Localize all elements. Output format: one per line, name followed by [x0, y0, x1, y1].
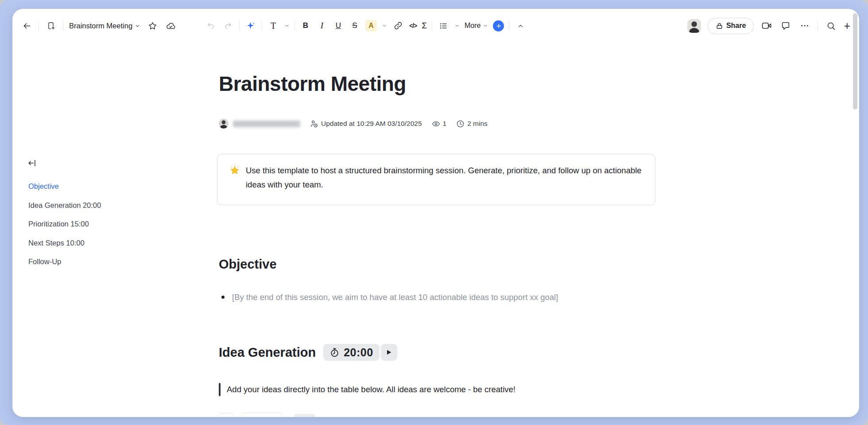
bullet-list-icon: [439, 22, 448, 30]
callout-text[interactable]: Use this template to host a structured b…: [246, 164, 643, 205]
chevron-down-icon[interactable]: [454, 23, 460, 28]
collapse-outline-button[interactable]: [27, 158, 37, 168]
collapse-panel-icon: [27, 158, 37, 168]
quote-bar: [219, 383, 221, 396]
bullet-dot: [221, 296, 225, 299]
clock-icon: [456, 120, 465, 128]
search-icon: [826, 21, 836, 31]
more-options-button[interactable]: [798, 19, 811, 32]
more-label: More: [465, 22, 480, 30]
quote-text[interactable]: Add your ideas directly into the table b…: [227, 385, 515, 394]
favorite-star-button[interactable]: [146, 19, 159, 32]
screen: Brainstorm Meeting: [0, 0, 868, 425]
divider: [239, 21, 240, 31]
cloud-saved-icon: [166, 21, 176, 31]
undo-button[interactable]: [205, 19, 217, 32]
outline-item-next-steps[interactable]: Next Steps 10:00: [28, 234, 139, 253]
redo-button[interactable]: [222, 19, 234, 32]
user-avatar[interactable]: [687, 19, 701, 33]
share-button[interactable]: Share: [708, 18, 754, 34]
code-block-button[interactable]: </>: [409, 22, 417, 29]
outline-item-idea-generation[interactable]: Idea Generation 20:00: [28, 196, 139, 215]
new-doc-icon: [46, 21, 55, 30]
idea-generation-heading-row: Idea Generation 20:00: [219, 344, 397, 361]
eye-icon: [432, 120, 440, 128]
cloud-sync-button[interactable]: [164, 19, 177, 32]
stopwatch-icon: [329, 347, 340, 358]
ai-assistant-button[interactable]: [244, 19, 257, 32]
bold-button[interactable]: B: [300, 21, 311, 30]
formula-button[interactable]: Σ: [422, 21, 427, 31]
read-time: 2 mins: [456, 120, 488, 128]
comments-button[interactable]: [779, 19, 792, 32]
countdown-timer[interactable]: 20:00: [323, 344, 397, 361]
lock-icon: [716, 22, 723, 30]
outline-item-prioritization[interactable]: Prioritization 15:00: [28, 214, 139, 234]
outline-item-follow-up[interactable]: Follow-Up: [28, 252, 139, 271]
redo-icon: [224, 21, 232, 30]
heading-objective[interactable]: Objective: [219, 257, 277, 272]
divider: [294, 21, 295, 31]
link-icon: [394, 21, 403, 30]
clipped-table-control: [218, 413, 234, 417]
underline-button[interactable]: U: [333, 21, 344, 30]
bullet-list-button[interactable]: [437, 19, 450, 32]
outline-item-objective[interactable]: Objective: [28, 177, 139, 196]
back-button[interactable]: [20, 19, 33, 32]
timer-play-button[interactable]: [381, 344, 397, 361]
collapse-toolbar-button[interactable]: [514, 19, 527, 32]
divider: [262, 21, 262, 31]
ellipsis-icon: [800, 21, 810, 31]
divider: [63, 21, 63, 31]
chevron-down-icon: [483, 23, 488, 28]
document-outline: Objective Idea Generation 20:00 Prioriti…: [28, 158, 139, 271]
doc-title-dropdown[interactable]: Brainstorm Meeting: [69, 22, 140, 30]
document-meta: Updated at 10:29 AM 03/10/2025 1 2 mins: [219, 117, 497, 130]
play-icon: [385, 349, 392, 356]
toolbar-format-cluster: T B I U S A </> Σ: [205, 9, 527, 43]
toolbar-left-cluster: Brainstorm Meeting: [20, 9, 177, 43]
insert-link-button[interactable]: [392, 19, 404, 32]
comment-bubble-icon: [781, 21, 790, 31]
divider: [509, 21, 509, 31]
timer-value: 20:00: [344, 346, 373, 359]
glowing-star-emoji: [229, 165, 240, 176]
update-history-icon: [310, 120, 318, 128]
updated-label: Updated at 10:29 AM 03/10/2025: [321, 120, 422, 128]
document-window: Brainstorm Meeting: [12, 9, 859, 417]
chevron-down-icon[interactable]: [284, 23, 290, 28]
arrow-left-icon: [22, 21, 31, 31]
idea-generation-quote[interactable]: Add your ideas directly into the table b…: [219, 383, 515, 396]
updated-info[interactable]: Updated at 10:29 AM 03/10/2025: [310, 120, 422, 128]
page-title[interactable]: Brainstorm Meeting: [219, 72, 406, 96]
strikethrough-button[interactable]: S: [349, 21, 360, 30]
template-callout[interactable]: Use this template to host a structured b…: [217, 154, 655, 205]
heading-idea-generation[interactable]: Idea Generation: [219, 345, 316, 360]
insert-block-button[interactable]: +: [493, 20, 504, 31]
toolbar-right-cluster: Share +: [687, 9, 850, 43]
video-meeting-button[interactable]: [760, 19, 773, 32]
ai-sparkle-icon: [246, 21, 256, 31]
search-button[interactable]: [825, 19, 837, 32]
divider: [432, 21, 432, 31]
objective-bullet-item[interactable]: [By the end of this session, we aim to h…: [221, 291, 558, 304]
text-style-button[interactable]: T: [267, 19, 279, 32]
clipped-table-control: [241, 413, 283, 417]
author-avatar[interactable]: [219, 119, 229, 129]
share-label: Share: [726, 22, 746, 30]
italic-button[interactable]: I: [316, 21, 328, 31]
video-camera-icon: [761, 20, 772, 31]
timer-display[interactable]: 20:00: [323, 344, 379, 361]
new-tab-button[interactable]: +: [844, 19, 850, 32]
view-count-value: 1: [443, 120, 447, 128]
chevron-up-icon: [517, 23, 524, 29]
new-document-button[interactable]: [45, 19, 57, 32]
avatar-photo: [687, 19, 701, 33]
highlight-color-button[interactable]: A: [365, 20, 377, 31]
objective-placeholder-text[interactable]: [By the end of this session, we aim to h…: [232, 291, 558, 304]
undo-icon: [206, 21, 215, 30]
more-formatting-button[interactable]: More: [465, 22, 488, 30]
view-count[interactable]: 1: [432, 120, 447, 128]
vertical-scrollbar[interactable]: [853, 13, 857, 109]
chevron-down-icon[interactable]: [382, 23, 387, 28]
